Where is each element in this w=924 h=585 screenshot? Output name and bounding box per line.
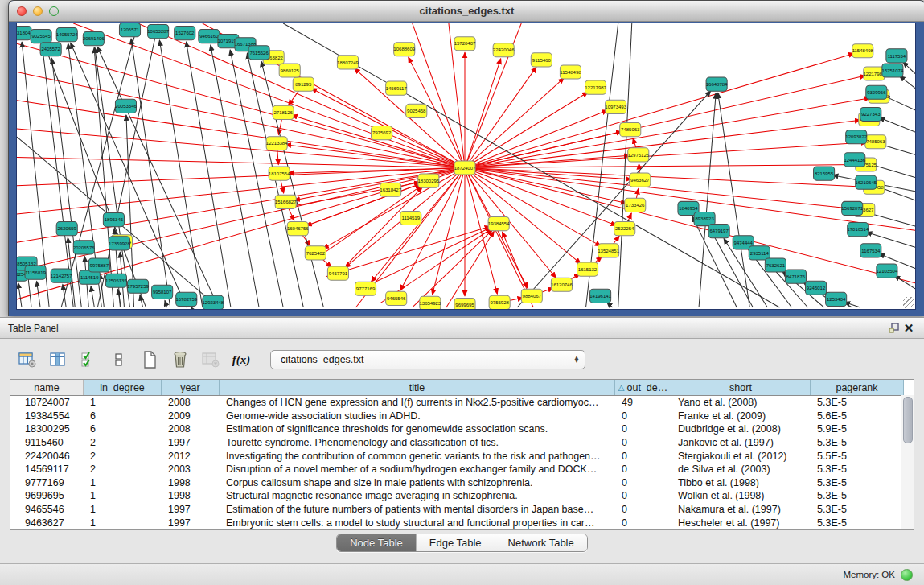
table-cell[interactable]: 1997: [162, 437, 220, 448]
network-node[interactable]: 2405572: [40, 43, 61, 56]
network-node[interactable]: 16318427: [380, 183, 401, 196]
table-row[interactable]: 1830029562008Estimation of significance …: [10, 422, 914, 436]
network-node[interactable]: 12093822: [845, 130, 867, 144]
table-cell[interactable]: 5.3E-5: [811, 517, 904, 529]
table-cell[interactable]: 1: [84, 517, 162, 529]
tab-edge-table[interactable]: Edge Table: [417, 534, 495, 551]
network-node[interactable]: 9884067: [521, 289, 542, 303]
table-cell[interactable]: 1998: [162, 490, 220, 501]
table-cell[interactable]: 1997: [162, 504, 220, 515]
citation-network-graph[interactable]: 1872400715720407106886091880724989129527…: [17, 23, 915, 309]
table-cell[interactable]: Changes of HCN gene expression and I(f) …: [220, 397, 615, 408]
table-settings-icon[interactable]: [18, 350, 37, 369]
table-cell[interactable]: 0: [615, 451, 671, 462]
table-cell[interactable]: Nakamura et al. (1997): [671, 504, 811, 515]
network-node[interactable]: 9227343: [860, 107, 881, 121]
network-node[interactable]: 2718126: [273, 105, 294, 119]
table-cell[interactable]: Corpus callosum shape and size in male p…: [220, 477, 615, 488]
network-node[interactable]: 9457791: [327, 266, 348, 280]
table-cell[interactable]: 2: [84, 463, 162, 475]
table-cell[interactable]: 1997: [162, 517, 220, 529]
table-cell[interactable]: 14569117: [10, 463, 84, 475]
network-node[interactable]: 13524851: [598, 244, 619, 257]
table-cell[interactable]: 1: [84, 504, 162, 515]
table-cell[interactable]: 5.3E-5: [811, 437, 904, 448]
network-node[interactable]: 18724007: [454, 161, 476, 175]
network-node[interactable]: 2935114: [749, 246, 770, 260]
table-cell[interactable]: 5.3E-5: [811, 490, 904, 501]
table-cell[interactable]: 18724007: [10, 397, 84, 408]
network-node[interactable]: 9777169: [355, 282, 376, 295]
network-node[interactable]: 7485063: [865, 135, 886, 149]
network-node[interactable]: 8938923: [694, 212, 715, 225]
network-node[interactable]: 12505135: [105, 274, 127, 287]
table-cell[interactable]: Wolkin et al. (1998): [671, 490, 811, 501]
column-header-year[interactable]: year: [162, 380, 220, 395]
network-node[interactable]: 9329966: [866, 85, 887, 99]
table-cell[interactable]: 9463627: [10, 517, 84, 529]
network-node[interactable]: 1253404: [826, 292, 847, 306]
table-cell[interactable]: 1: [84, 490, 162, 501]
network-node[interactable]: 9958107: [152, 285, 173, 299]
table-cell[interactable]: 9465546: [10, 504, 84, 515]
table-selector-dropdown[interactable]: citations_edges.txt ▲▼: [270, 350, 585, 369]
network-node[interactable]: 15166827: [275, 195, 297, 208]
table-cell[interactable]: 2012: [162, 451, 220, 462]
table-cell[interactable]: 9699695: [10, 490, 84, 501]
network-node[interactable]: 1615132: [577, 262, 598, 276]
table-cell[interactable]: 19384554: [10, 410, 84, 422]
network-node[interactable]: 7615526: [248, 46, 269, 60]
table-row[interactable]: 977716911998Corpus callosum shape and si…: [10, 476, 914, 490]
column-header-pagerank[interactable]: pagerank: [811, 380, 904, 395]
table-cell[interactable]: 0: [615, 437, 671, 448]
network-node[interactable]: 9699695: [454, 298, 475, 309]
table-cell[interactable]: 5.6E-5: [811, 410, 904, 422]
network-node[interactable]: 15751074: [882, 64, 904, 77]
table-cell[interactable]: 2009: [162, 410, 220, 422]
table-cell[interactable]: 0: [615, 477, 671, 488]
table-cell[interactable]: 18300295: [10, 423, 84, 435]
network-node[interactable]: 9466160: [199, 30, 220, 43]
network-node[interactable]: 1114519: [400, 211, 421, 225]
table-cell[interactable]: 5.3E-5: [811, 504, 904, 515]
scrollbar-thumb[interactable]: [903, 397, 913, 443]
table-cell[interactable]: Tourette syndrome. Phenomenology and cla…: [220, 437, 615, 448]
new-column-icon[interactable]: [140, 350, 159, 369]
table-cell[interactable]: 1: [84, 477, 162, 488]
network-node[interactable]: 10973493: [605, 100, 626, 113]
select-rows-icon[interactable]: [79, 350, 98, 369]
table-row[interactable]: 969969511998Structural magnetic resonanc…: [10, 489, 914, 503]
table-cell[interactable]: Tibbo et al. (1998): [671, 477, 811, 488]
network-node[interactable]: 14055724: [56, 28, 78, 42]
network-node[interactable]: 13654923: [419, 296, 441, 309]
network-node[interactable]: 1206571: [119, 23, 140, 37]
table-cell[interactable]: Investigating the contribution of common…: [220, 451, 615, 462]
network-node[interactable]: 1733426: [625, 198, 646, 212]
network-node[interactable]: 16782759: [175, 292, 197, 306]
network-node[interactable]: 18107554: [269, 167, 290, 180]
table-cell[interactable]: 9777169: [10, 477, 84, 488]
table-cell[interactable]: 0: [615, 490, 671, 501]
table-cell[interactable]: 0: [615, 504, 671, 515]
network-node[interactable]: 7632621: [765, 258, 786, 272]
table-cell[interactable]: 5.9E-5: [811, 423, 904, 435]
tab-network-table[interactable]: Network Table: [495, 534, 587, 551]
table-cell[interactable]: Estimation of significance thresholds fo…: [220, 423, 615, 435]
table-cell[interactable]: 6: [84, 410, 162, 422]
network-node[interactable]: 9115460: [531, 53, 552, 67]
table-cell[interactable]: 5.3E-5: [811, 463, 904, 475]
column-header-name[interactable]: name: [10, 380, 84, 395]
table-cell[interactable]: 1998: [162, 477, 220, 488]
network-node[interactable]: 12213384: [266, 137, 288, 150]
table-row[interactable]: 1872400712008Changes of HCN gene express…: [10, 396, 914, 410]
network-node[interactable]: 9463627: [630, 173, 651, 187]
float-panel-icon[interactable]: [887, 321, 901, 336]
network-node[interactable]: 22420046: [493, 43, 515, 57]
network-node[interactable]: 7975692: [372, 126, 392, 140]
network-node[interactable]: 9860125: [279, 64, 300, 77]
network-node[interactable]: 9975887: [88, 258, 109, 272]
table-cell[interactable]: Franke et al. (2009): [671, 410, 811, 422]
table-cell[interactable]: 2: [84, 451, 162, 462]
network-node[interactable]: 17957259: [127, 279, 149, 293]
table-cell[interactable]: 2008: [162, 423, 220, 435]
